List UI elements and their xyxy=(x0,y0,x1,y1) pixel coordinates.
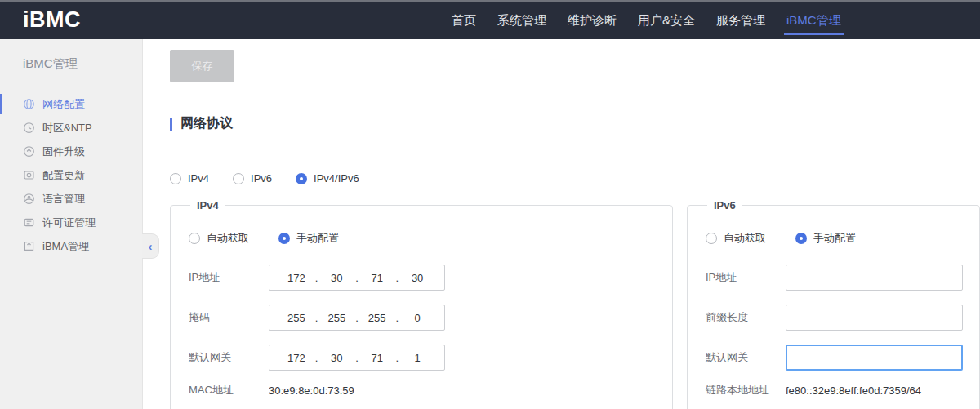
main-content: 保存 网络协议 IPv4 IPv6 IPv4/IPv6 IPv4 xyxy=(143,39,980,409)
ipv4-auto-option[interactable]: 自动获取 xyxy=(189,231,249,246)
ipv6-prefix-length-input[interactable] xyxy=(786,305,963,331)
top-nav: 首页 系统管理 维护诊断 用户&安全 服务管理 iBMC管理 xyxy=(441,0,852,39)
nav-item-home[interactable]: 首页 xyxy=(441,0,487,39)
ipv4-mode-group: 自动获取 手动配置 xyxy=(189,231,656,246)
chevron-left-icon: ‹ xyxy=(149,240,153,253)
ipv4-gateway-input[interactable]: 172 . 30 . 71 . 1 xyxy=(269,345,445,371)
sidebar-item-timezone-ntp[interactable]: 时区&NTP xyxy=(0,116,142,140)
clock-icon xyxy=(23,122,35,134)
sidebar-item-label: 网络配置 xyxy=(42,97,85,112)
sidebar-collapse-button[interactable]: ‹ xyxy=(142,233,159,259)
ip-octet[interactable]: 0 xyxy=(399,312,436,324)
nav-item-ibmc-management[interactable]: iBMC管理 xyxy=(776,0,852,39)
ip-octet[interactable]: 172 xyxy=(278,272,315,284)
section-title-text: 网络协议 xyxy=(180,115,233,132)
field-label: 前缀长度 xyxy=(706,310,786,325)
ipv6-manual-option[interactable]: 手动配置 xyxy=(795,231,856,246)
ipv4-ip-address-row: IP地址 172 . 30 . 71 . 30 xyxy=(189,265,656,291)
section-network-protocol: 网络协议 xyxy=(170,115,980,132)
globe-icon xyxy=(23,98,35,110)
ipv6-mode-group: 自动获取 手动配置 xyxy=(706,231,963,246)
sidebar-item-label: 配置更新 xyxy=(42,168,85,183)
upgrade-icon xyxy=(23,145,35,158)
protocol-radio-group: IPv4 IPv6 IPv4/IPv6 xyxy=(170,172,980,184)
sidebar-item-label: iBMA管理 xyxy=(42,239,89,254)
ip-octet[interactable]: 30 xyxy=(399,272,436,284)
ip-octet[interactable]: 71 xyxy=(359,352,396,364)
sidebar-item-language-management[interactable]: 语言管理 xyxy=(0,187,142,211)
ipv4-panel: IPv4 自动获取 手动配置 IP地址 172 . xyxy=(170,199,673,409)
sidebar-item-label: 时区&NTP xyxy=(42,121,92,136)
protocol-option-ipv4[interactable]: IPv4 xyxy=(170,172,209,184)
top-bar: iBMC 首页 系统管理 维护诊断 用户&安全 服务管理 iBMC管理 xyxy=(0,0,980,39)
field-label: IP地址 xyxy=(189,270,269,285)
ipv4-netmask-input[interactable]: 255 . 255 . 255 . 0 xyxy=(269,305,445,331)
language-icon xyxy=(23,193,35,205)
sidebar-item-network-config[interactable]: 网络配置 xyxy=(0,92,142,116)
nav-item-services[interactable]: 服务管理 xyxy=(706,0,776,39)
nav-item-user-security[interactable]: 用户&安全 xyxy=(627,0,706,39)
license-icon xyxy=(23,216,35,229)
link-local-address-value: fe80::32e9:8eff:fe0d:7359/64 xyxy=(786,385,921,397)
nav-item-system[interactable]: 系统管理 xyxy=(487,0,557,39)
nav-item-maintenance[interactable]: 维护诊断 xyxy=(557,0,627,39)
radio-icon[interactable] xyxy=(170,173,181,184)
ipv6-panel: IPv6 自动获取 手动配置 IP地址 前缀长度 xyxy=(687,199,980,409)
sidebar-item-config-update[interactable]: 配置更新 xyxy=(0,163,142,187)
save-button[interactable]: 保存 xyxy=(170,50,234,82)
ipv6-link-local-row: 链路本地地址 fe80::32e9:8eff:fe0d:7359/64 xyxy=(706,382,963,398)
ip-octet[interactable]: 71 xyxy=(359,272,396,284)
ipv4-legend: IPv4 xyxy=(190,199,225,211)
ipv4-ip-address-input[interactable]: 172 . 30 . 71 . 30 xyxy=(269,265,445,291)
radio-icon[interactable] xyxy=(706,233,717,244)
field-label: 默认网关 xyxy=(189,350,269,365)
sidebar-item-license-management[interactable]: 许可证管理 xyxy=(0,211,142,234)
ipv4-netmask-row: 掩码 255 . 255 . 255 . 0 xyxy=(189,305,656,331)
field-label: 链路本地地址 xyxy=(706,383,786,398)
radio-icon[interactable] xyxy=(233,173,244,184)
radio-selected-icon[interactable] xyxy=(795,233,807,244)
field-label: IP地址 xyxy=(706,270,786,285)
ip-octet[interactable]: 255 xyxy=(318,312,355,324)
field-label: MAC地址 xyxy=(189,383,269,398)
ipv6-prefix-length-row: 前缀长度 xyxy=(706,305,963,331)
ibmc-logo: iBMC xyxy=(23,7,81,33)
ipv6-ip-address-input[interactable] xyxy=(786,265,963,291)
sidebar: iBMC管理 网络配置 时区&NTP 固件升级 xyxy=(0,39,143,409)
ipv6-legend: IPv6 xyxy=(707,199,742,211)
radio-icon[interactable] xyxy=(189,233,200,244)
radio-selected-icon[interactable] xyxy=(278,233,290,244)
ipv4-manual-option[interactable]: 手动配置 xyxy=(278,231,339,246)
ip-octet[interactable]: 30 xyxy=(318,272,355,284)
ip-octet[interactable]: 1 xyxy=(399,352,436,364)
sidebar-item-ibma-management[interactable]: iBMA管理 xyxy=(0,234,142,258)
ipv4-mac-row: MAC地址 30:e9:8e:0d:73:59 xyxy=(189,382,656,398)
ipv6-auto-option[interactable]: 自动获取 xyxy=(706,231,766,246)
mac-address-value: 30:e9:8e:0d:73:59 xyxy=(269,385,354,397)
field-label: 掩码 xyxy=(189,310,269,325)
ip-octet[interactable]: 30 xyxy=(318,352,355,364)
ipv6-gateway-row: 默认网关 xyxy=(706,345,963,371)
config-update-icon xyxy=(23,169,35,181)
protocol-option-ipv4-ipv6[interactable]: IPv4/IPv6 xyxy=(296,172,359,184)
section-accent-bar xyxy=(170,118,172,131)
sidebar-item-label: 固件升级 xyxy=(42,144,85,159)
sidebar-item-label: 语言管理 xyxy=(42,192,85,207)
sidebar-menu: 网络配置 时区&NTP 固件升级 配置更新 xyxy=(0,92,142,258)
ip-octet[interactable]: 255 xyxy=(278,312,315,324)
ipv6-ip-address-row: IP地址 xyxy=(706,265,963,291)
ibma-icon xyxy=(23,240,35,252)
ip-octet[interactable]: 172 xyxy=(278,352,315,364)
protocol-option-ipv6[interactable]: IPv6 xyxy=(233,172,272,184)
sidebar-item-firmware-upgrade[interactable]: 固件升级 xyxy=(0,140,142,163)
sidebar-item-label: 许可证管理 xyxy=(42,216,96,230)
radio-selected-icon[interactable] xyxy=(296,173,307,184)
field-label: 默认网关 xyxy=(706,350,786,365)
ipv4-gateway-row: 默认网关 172 . 30 . 71 . 1 xyxy=(189,345,656,371)
ip-octet[interactable]: 255 xyxy=(359,312,396,324)
ipv6-gateway-input[interactable] xyxy=(786,345,963,371)
sidebar-title: iBMC管理 xyxy=(23,56,142,72)
